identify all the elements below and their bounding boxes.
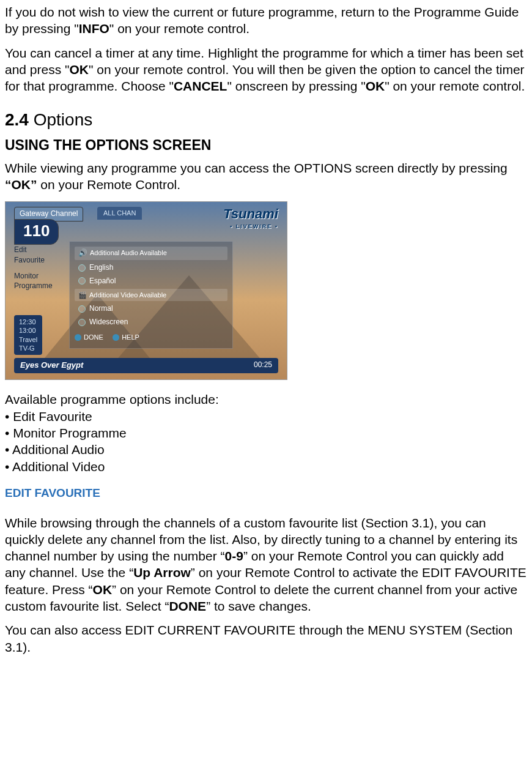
text: on your Remote Control.	[37, 177, 181, 192]
bullet-additional-audio: • Additional Audio	[5, 441, 527, 458]
bullet-additional-video: • Additional Video	[5, 458, 527, 475]
time-info-box: 12:30 13:00 Travel TV-G	[14, 315, 42, 355]
options-panel: Additional Audio Available English Españ…	[69, 241, 233, 349]
side-edit-favourite: Edit Favourite	[14, 245, 53, 264]
key-up-arrow: Up Arrow	[133, 565, 191, 579]
available-options-intro: Available programme options include:	[5, 391, 527, 408]
key-info: INFO	[79, 21, 109, 35]
done-button: DONE	[75, 333, 103, 341]
duration: 00:25	[254, 360, 272, 371]
bottom-bar: Eyes Over Egypt 00:25	[14, 358, 278, 373]
key-cancel: CANCEL	[174, 79, 227, 93]
logo-subtext: ▪ LIVEWIRE ▪	[223, 223, 278, 231]
text: " onscreen by pressing "	[227, 79, 365, 93]
audio-option-espanol: Español	[75, 275, 227, 288]
edit-favourite-heading: EDIT FAVOURITE	[5, 486, 527, 501]
key-0-9: 0-9	[225, 549, 243, 563]
bullet-edit-favourite: • Edit Favourite	[5, 408, 527, 425]
tsunami-logo: Tsunami ▪ LIVEWIRE ▪	[223, 206, 278, 230]
video-option-widescreen: Widescreen	[75, 316, 227, 329]
paragraph-options-intro: While viewing any programme you can acce…	[5, 160, 527, 193]
logo-text: Tsunami	[223, 206, 278, 221]
text: Additional Audio Available	[90, 249, 167, 256]
section-number: 2.4	[5, 110, 29, 129]
panel-buttons: DONE HELP	[75, 333, 227, 343]
all-channels-tab: ALL CHAN	[97, 207, 142, 219]
video-option-normal: Normal	[75, 302, 227, 316]
audio-option-english: English	[75, 261, 227, 275]
text: ” to save changes.	[206, 599, 311, 613]
paragraph-cancel-timer: You can cancel a timer at any time. High…	[5, 45, 527, 95]
paragraph-info: If you do not wish to view the current o…	[5, 4, 527, 37]
key-ok: OK	[366, 79, 385, 93]
key-done: DONE	[169, 599, 206, 613]
channel-number: 110	[14, 219, 59, 245]
side-monitor-programme: Monitor Programme	[14, 271, 53, 291]
section-title: Options	[29, 110, 92, 129]
subsection-heading: USING THE OPTIONS SCREEN	[5, 136, 527, 155]
key-ok: OK	[70, 62, 89, 76]
help-button: HELP	[113, 333, 139, 341]
genre: Travel	[19, 335, 37, 344]
options-screenshot: Gateway Channel ALL CHAN 110 Tsunami ▪ L…	[5, 201, 287, 380]
side-options: Edit Favourite Monitor Programme	[14, 245, 53, 297]
video-group-header: Additional Video Available	[75, 289, 227, 301]
text: " on your remote control.	[109, 21, 249, 35]
paragraph-edit-favourite: While browsing through the channels of a…	[5, 515, 527, 615]
paragraph-menu-access: You can also access EDIT CURRENT FAVOURI…	[5, 622, 527, 655]
text: While viewing any programme you can acce…	[5, 161, 508, 175]
text: " on your remote control.	[385, 79, 525, 93]
rating: TV-G	[19, 344, 37, 352]
programme-title: Eyes Over Egypt	[20, 360, 83, 371]
end-time: 13:00	[19, 326, 37, 335]
key-ok: OK	[93, 582, 113, 597]
start-time: 12:30	[19, 318, 37, 326]
audio-group-header: Additional Audio Available	[75, 247, 227, 260]
section-heading: 2.4 Options	[5, 109, 527, 131]
text: Additional Video Available	[89, 291, 166, 299]
key-ok: “OK”	[5, 177, 37, 192]
bullet-monitor-programme: • Monitor Programme	[5, 425, 527, 441]
